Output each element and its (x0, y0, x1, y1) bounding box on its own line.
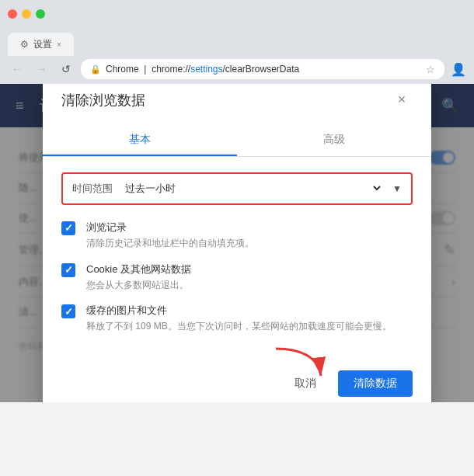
time-range-label: 时间范围 (72, 182, 113, 196)
checkmark-icon-3: ✓ (64, 306, 73, 318)
address-chrome: Chrome (106, 64, 139, 75)
checkbox-content-history: 浏览记录 清除历史记录和地址栏中的自动填充项。 (86, 221, 254, 250)
bookmark-star[interactable]: ☆ (426, 64, 435, 75)
cache-title: 缓存的图片和文件 (86, 304, 392, 318)
cache-desc: 释放了不到 109 MB。当您下次访问时，某些网站的加载速度可能会更慢。 (86, 320, 392, 333)
dialog-footer: 取消 清除数据 (43, 361, 431, 402)
tab-favicon: ⚙ (20, 39, 29, 50)
address-protocol: chrome:// (152, 64, 190, 75)
address-text: Chrome | chrome://settings/clearBrowserD… (106, 64, 421, 75)
checkbox-history[interactable]: ✓ (61, 221, 75, 235)
refresh-btn[interactable]: ↺ (58, 61, 75, 77)
settings-page: ≡ 设置 🔍 将使用浏览器书签在地址栏中提供建议给 Google 随... 使.… (0, 84, 474, 402)
checkbox-cache[interactable]: ✓ (61, 304, 75, 318)
back-btn[interactable]: ← (8, 61, 26, 77)
cookie-title: Cookie 及其他网站数据 (86, 262, 191, 276)
title-bar (0, 0, 474, 28)
history-desc: 清除历史记录和地址栏中的自动填充项。 (86, 237, 254, 250)
modal-overlay: 清除浏览数据 × 基本 高级 时间范围 过去一小时 ▼ (0, 84, 474, 402)
new-tab-placeholder (74, 33, 102, 56)
tab-basic[interactable]: 基本 (43, 123, 237, 156)
dialog-title: 清除浏览数据 (61, 91, 145, 109)
profile-btn[interactable]: 👤 (451, 62, 466, 77)
browser-window: ⚙ 设置 × ← → ↺ 🔒 Chrome | chrome://setting… (0, 0, 474, 402)
secure-icon: 🔒 (90, 64, 101, 75)
clear-data-dialog: 清除浏览数据 × 基本 高级 时间范围 过去一小时 ▼ (43, 84, 431, 402)
dialog-tabs: 基本 高级 (43, 123, 431, 157)
arrow-annotation (268, 341, 330, 391)
tab-close-btn[interactable]: × (57, 40, 61, 49)
address-path: /clearBrowserData (223, 64, 300, 75)
annotation-arrow-svg (268, 341, 330, 387)
checkbox-item-cache: ✓ 缓存的图片和文件 释放了不到 109 MB。当您下次访问时，某些网站的加载速… (61, 304, 413, 333)
checkbox-content-cookie: Cookie 及其他网站数据 您会从大多数网站退出。 (86, 262, 191, 292)
checkbox-item-history: ✓ 浏览记录 清除历史记录和地址栏中的自动填充项。 (61, 221, 413, 250)
checkmark-icon-2: ✓ (64, 264, 73, 276)
cookie-desc: 您会从大多数网站退出。 (86, 279, 191, 292)
dialog-close-btn[interactable]: × (391, 89, 413, 111)
checkmark-icon: ✓ (64, 222, 73, 234)
checkbox-item-cookie: ✓ Cookie 及其他网站数据 您会从大多数网站退出。 (61, 262, 413, 292)
time-range-select[interactable]: 过去一小时 (122, 182, 383, 195)
address-input[interactable]: 🔒 Chrome | chrome://settings/clearBrowse… (81, 59, 444, 79)
close-traffic-light[interactable] (8, 9, 17, 19)
active-tab[interactable]: ⚙ 设置 × (8, 33, 74, 56)
checkbox-cookie[interactable]: ✓ (61, 263, 75, 277)
traffic-lights (8, 9, 45, 19)
tab-bar: ⚙ 设置 × (0, 28, 474, 56)
dialog-body: 时间范围 过去一小时 ▼ ✓ 浏览记录 清除历史记录和地址栏中的自 (43, 157, 431, 361)
dropdown-arrow-icon: ▼ (392, 183, 402, 194)
minimize-traffic-light[interactable] (22, 9, 31, 19)
checkbox-content-cache: 缓存的图片和文件 释放了不到 109 MB。当您下次访问时，某些网站的加载速度可… (86, 304, 392, 333)
dialog-header: 清除浏览数据 × (43, 84, 431, 111)
time-range-row[interactable]: 时间范围 过去一小时 ▼ (61, 172, 413, 205)
address-highlight: settings (190, 64, 222, 75)
clear-data-button[interactable]: 清除数据 (338, 370, 413, 397)
forward-btn[interactable]: → (33, 61, 51, 77)
tab-title: 设置 (33, 38, 52, 51)
maximize-traffic-light[interactable] (36, 9, 45, 19)
history-title: 浏览记录 (86, 221, 254, 235)
address-bar: ← → ↺ 🔒 Chrome | chrome://settings/clear… (0, 56, 474, 84)
tab-advanced[interactable]: 高级 (237, 123, 431, 156)
